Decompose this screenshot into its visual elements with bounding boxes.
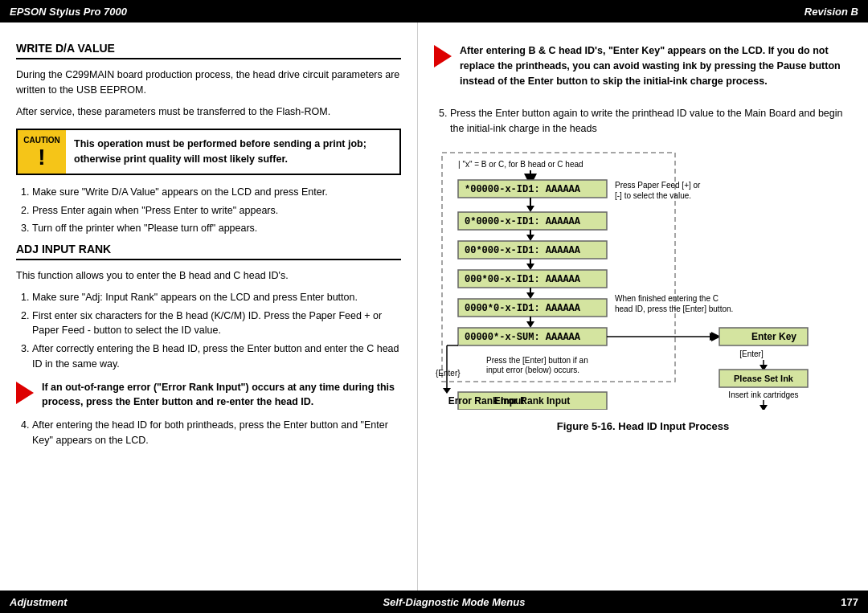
svg-text:*00000-x-ID1:  AAAAAA: *00000-x-ID1: AAAAAA xyxy=(465,184,581,195)
svg-text:0000*0-x-ID1:  AAAAAA: 0000*0-x-ID1: AAAAAA xyxy=(465,303,581,314)
svg-text:00000*-x-SUM:  AAAAAA: 00000*-x-SUM: AAAAAA xyxy=(465,332,581,343)
header-title: EPSON Stylus Pro 7000 xyxy=(10,6,127,18)
steps-list-1: Make sure "Write D/A Value" appears on t… xyxy=(32,185,401,236)
footer-left: Adjustment xyxy=(10,596,68,608)
list-item: Turn off the printer when "Please turn o… xyxy=(32,221,401,236)
svg-marker-11 xyxy=(526,235,534,241)
svg-marker-48 xyxy=(443,388,451,394)
arrow-note-1: If an out-of-range error ("Error Rank In… xyxy=(16,380,401,411)
svg-marker-15 xyxy=(526,264,534,270)
section2-para: This function allows you to enter the B … xyxy=(16,268,401,284)
step5-list: Press the Enter button again to write th… xyxy=(450,106,852,137)
svg-text:[-] to select the value.: [-] to select the value. xyxy=(615,191,691,200)
svg-text:When finished entering the C: When finished entering the C xyxy=(615,294,719,303)
svg-text:Press the [Enter] button if an: Press the [Enter] button if an xyxy=(486,356,588,365)
main-content: WRITE D/A VALUE During the C299MAIN boar… xyxy=(0,22,868,591)
steps-list-2: Make sure "Adj: Input Rank" appears on t… xyxy=(32,290,401,372)
para1: During the C299MAIN board production pro… xyxy=(16,67,401,98)
svg-text:Error Rank Input: Error Rank Input xyxy=(494,395,571,407)
list-item: After entering the head ID for both prin… xyxy=(32,418,401,448)
svg-text:Enter Key: Enter Key xyxy=(751,331,796,342)
svg-marker-7 xyxy=(526,206,534,212)
footer-right: 177 xyxy=(841,596,858,608)
header-revision: Revision B xyxy=(805,6,858,18)
caution-icon: ! xyxy=(38,146,45,169)
section2-heading: ADJ INPUT RANK xyxy=(16,243,401,260)
right-column: After entering B & C head ID's, "Enter K… xyxy=(418,22,868,591)
page-footer: Adjustment Self-Diagnostic Mode Menus 17… xyxy=(0,591,868,613)
svg-text:head ID, press the [Enter] but: head ID, press the [Enter] button. xyxy=(615,304,733,313)
intro-note-area: After entering B & C head ID's, "Enter K… xyxy=(434,43,852,98)
diagram-area: | "x" = B or C, for B head or C head *00… xyxy=(434,145,852,412)
svg-marker-39 xyxy=(760,405,768,410)
step4-list: After entering the head ID for both prin… xyxy=(32,418,401,448)
arrow-note-text: If an out-of-range error ("Error Rank In… xyxy=(42,380,401,411)
caution-label-area: CAUTION ! xyxy=(18,130,66,174)
svg-text:00*000-x-ID1:  AAAAAA: 00*000-x-ID1: AAAAAA xyxy=(465,245,581,256)
svg-text:Please Set Ink: Please Set Ink xyxy=(734,374,794,383)
list-item: First enter six characters for the B hea… xyxy=(32,309,401,339)
page-header: EPSON Stylus Pro 7000 Revision B xyxy=(0,0,868,22)
svg-text:input error (below) occurs.: input error (below) occurs. xyxy=(486,366,579,374)
list-item: After correctly entering the B head ID, … xyxy=(32,341,401,372)
svg-marker-29 xyxy=(710,333,718,341)
diagram-header-note: | "x" = B or C, for B head or C head xyxy=(458,160,583,169)
para2: After service, these parameters must be … xyxy=(16,104,401,120)
caution-box: CAUTION ! This operation must be perform… xyxy=(16,129,401,175)
list-item: Make sure "Adj: Input Rank" appears on t… xyxy=(32,290,401,305)
caution-label: CAUTION xyxy=(23,136,60,145)
step5-item: Press the Enter button again to write th… xyxy=(450,106,852,137)
svg-marker-25 xyxy=(526,321,534,328)
flow-diagram: | "x" = B or C, for B head or C head *00… xyxy=(434,145,844,410)
arrow-icon-right xyxy=(434,45,452,67)
arrow-icon xyxy=(16,382,34,404)
intro-note-text: After entering B & C head ID's, "Enter K… xyxy=(460,43,852,88)
svg-text:[Enter]: [Enter] xyxy=(739,349,764,358)
left-column: WRITE D/A VALUE During the C299MAIN boar… xyxy=(0,22,418,591)
section1-heading: WRITE D/A VALUE xyxy=(16,42,401,59)
caution-text: This operation must be performed before … xyxy=(66,130,399,174)
svg-text:{Enter}: {Enter} xyxy=(436,369,461,378)
list-item: Make sure "Write D/A Value" appears on t… xyxy=(32,185,401,200)
svg-marker-19 xyxy=(526,292,534,299)
figure-caption: Figure 5-16. Head ID Input Process xyxy=(434,420,852,432)
svg-text:Press Paper Feed [+] or: Press Paper Feed [+] or xyxy=(615,181,701,190)
svg-text:Insert ink cartridges: Insert ink cartridges xyxy=(728,390,798,399)
footer-center: Self-Diagnostic Mode Menus xyxy=(383,596,525,608)
svg-text:0*0000-x-ID1:  AAAAAA: 0*0000-x-ID1: AAAAAA xyxy=(465,216,581,227)
list-item: Press Enter again when "Press Enter to w… xyxy=(32,203,401,219)
svg-text:000*00-x-ID1:  AAAAAA: 000*00-x-ID1: AAAAAA xyxy=(465,274,581,285)
